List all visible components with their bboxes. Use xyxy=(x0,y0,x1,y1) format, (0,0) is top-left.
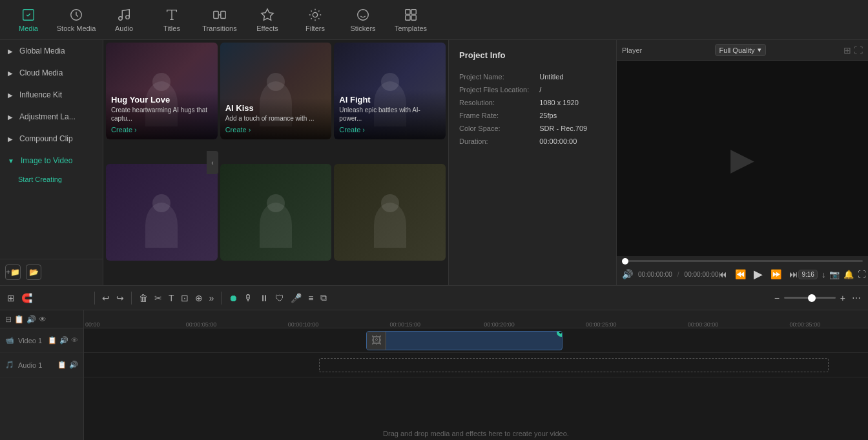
sidebar-sub-start-creating[interactable]: Start Creating xyxy=(0,172,103,187)
timeline-area: ⊟ 📋 🔊 👁 📹 Video 1 📋 🔊 👁 🎵 Audio 1 📋 xyxy=(0,310,868,440)
record-btn[interactable]: ⏺ xyxy=(227,291,240,305)
project-info-panel: Project Info Project Name: Untitled Proj… xyxy=(448,40,616,285)
skip-back-icon[interactable]: ⏮ xyxy=(718,269,727,279)
sidebar-item-influence-kit[interactable]: ▶ Influence Kit xyxy=(0,84,103,106)
shield-btn[interactable]: 🛡 xyxy=(273,291,286,305)
magnet-icon[interactable]: 🧲 xyxy=(19,291,34,305)
step-forward-icon[interactable]: ⏩ xyxy=(770,269,781,279)
zoom-in-icon[interactable]: + xyxy=(838,291,847,305)
sidebar-item-compound-clip[interactable]: ▶ Compound Clip xyxy=(0,128,103,150)
card-btn-ai-fight[interactable]: Create › xyxy=(339,126,365,134)
track-settings-icon[interactable]: 🔊 xyxy=(26,315,36,324)
audio-icon: 🎵 xyxy=(5,361,14,369)
clip-plus-btn[interactable]: + xyxy=(557,331,563,337)
timeline-toolbar: ⊞ 🧲 ↩ ↪ 🗑 ✂ T ⊡ ⊕ » ⏺ 🎙 ⏸ 🛡 🎤 ≡ ⧉ − + ⋯ xyxy=(0,286,868,310)
snapshot-icon[interactable]: 📷 xyxy=(829,270,840,279)
quality-selector[interactable]: Full Quality ▾ xyxy=(715,44,766,56)
media-card-ai-fight[interactable]: AI Fight Unleash epic battles with AI-po… xyxy=(334,43,446,139)
zoom-more-icon[interactable]: ⋯ xyxy=(850,291,863,305)
redo-btn[interactable]: ↪ xyxy=(114,291,126,305)
player-view-btns: ⊞ ⛶ xyxy=(843,45,863,55)
delete-btn[interactable]: 🗑 xyxy=(137,291,150,305)
audio-track-icon2[interactable]: 🔊 xyxy=(69,361,78,369)
nav-item-effects[interactable]: Effects xyxy=(244,2,291,38)
undo-btn[interactable]: ↩ xyxy=(100,291,112,305)
video-track-icon2[interactable]: 🔊 xyxy=(59,336,68,345)
main-area: ▶ Global Media ▶ Cloud Media ▶ Influence… xyxy=(0,40,868,285)
volume-icon[interactable]: 🔊 xyxy=(622,269,633,279)
grid-view-icon[interactable]: ⊞ xyxy=(843,45,851,55)
timeline-track-labels: ⊟ 📋 🔊 👁 📹 Video 1 📋 🔊 👁 🎵 Audio 1 📋 xyxy=(0,310,84,440)
sidebar-collapse-btn[interactable]: ‹ xyxy=(207,151,218,174)
media-card-hug-your-love[interactable]: Hug Your Love Create heartwarming AI hug… xyxy=(106,43,218,139)
nav-item-titles[interactable]: Titles xyxy=(149,2,195,38)
sidebar-item-image-to-video[interactable]: ▼ Image to Video xyxy=(0,150,103,172)
card-btn-hug-your-love[interactable]: Create › xyxy=(111,126,137,134)
eye-icon[interactable]: 👁 xyxy=(39,315,46,324)
media-card-ai-kiss[interactable]: AI Kiss Add a touch of romance with ... … xyxy=(220,43,332,139)
play-icon[interactable]: ▶ xyxy=(754,267,763,281)
ruler-mark-10: 00:00:10:00 xyxy=(288,321,319,328)
media-card-4[interactable] xyxy=(106,164,218,261)
aspect-ratio-selector[interactable]: 9:16 xyxy=(798,270,817,279)
audio-track-icon1[interactable]: 📋 xyxy=(57,361,67,369)
folder-icon[interactable]: 📂 xyxy=(26,265,41,280)
project-info-title: Project Info xyxy=(459,50,606,60)
media-card-6[interactable] xyxy=(334,164,446,261)
timeline-clip-video[interactable]: 🖼 + xyxy=(366,331,563,350)
value-project-name: Untitled xyxy=(539,73,606,81)
step-back-icon[interactable]: ⏪ xyxy=(735,269,746,279)
value-frame-rate: 25fps xyxy=(539,112,606,119)
timeline-drop-zone[interactable] xyxy=(319,358,829,372)
arrow-icon: ▶ xyxy=(8,92,13,99)
mic-btn[interactable]: 🎤 xyxy=(289,291,304,305)
nav-item-templates[interactable]: Templates xyxy=(388,2,434,38)
auto-caption-btn[interactable]: ⏸ xyxy=(258,291,271,305)
sidebar-item-cloud-media[interactable]: ▶ Cloud Media xyxy=(0,62,103,84)
collapse-tracks-icon[interactable]: ⊟ xyxy=(5,315,12,324)
timeline-tools-row: ⊟ 📋 🔊 👁 xyxy=(0,310,83,328)
label-duration: Duration: xyxy=(459,137,529,145)
player-progress-bar[interactable] xyxy=(622,260,863,262)
add-folder-icon[interactable]: +📁 xyxy=(5,265,21,280)
label-project-name: Project Name: xyxy=(459,73,529,81)
stabilize-btn[interactable]: ⧉ xyxy=(318,290,329,305)
nav-item-stock-media[interactable]: Stock Media xyxy=(53,2,99,38)
video-track-icon1[interactable]: 📋 xyxy=(48,336,57,345)
video-track-icon3[interactable]: 👁 xyxy=(71,336,78,345)
ruler-mark-5: 00:00:05:00 xyxy=(186,321,217,328)
caption-icon[interactable]: ≡ xyxy=(306,291,315,305)
nav-item-transitions[interactable]: Transitions xyxy=(196,2,243,38)
sidebar-item-global-media[interactable]: ▶ Global Media xyxy=(0,40,103,62)
sidebar-label-global-media: Global Media xyxy=(19,46,65,55)
expand-icon[interactable]: ⛶ xyxy=(858,270,866,279)
add-track-icon[interactable]: ⊞ xyxy=(5,291,17,305)
skip-forward-icon[interactable]: ⏭ xyxy=(789,269,798,279)
card-btn-ai-kiss[interactable]: Create › xyxy=(225,126,251,134)
nav-label-stock-media: Stock Media xyxy=(57,25,96,32)
track-label-audio1: 🎵 Audio 1 📋 🔊 xyxy=(0,353,83,377)
nav-item-media[interactable]: Media xyxy=(5,2,52,38)
player-canvas: ▶ xyxy=(617,61,868,256)
nav-item-filters[interactable]: Filters xyxy=(292,2,338,38)
zoom-out-icon[interactable]: − xyxy=(772,291,781,305)
nav-item-stickers[interactable]: Stickers xyxy=(340,2,386,38)
add-track-icon-2[interactable]: 📋 xyxy=(14,315,24,324)
media-card-5[interactable] xyxy=(220,164,332,261)
sidebar-item-adjustment-layer[interactable]: ▶ Adjustment La... xyxy=(0,106,103,128)
merge-btn[interactable]: ⊕ xyxy=(193,291,205,305)
more-btn[interactable]: » xyxy=(207,291,216,305)
zoom-slider[interactable] xyxy=(784,297,836,299)
sidebar-label-cloud-media: Cloud Media xyxy=(19,68,63,77)
value-duration: 00:00:00:00 xyxy=(539,137,606,145)
crop-btn[interactable]: ⊡ xyxy=(179,291,191,305)
speaker-icon[interactable]: 🔔 xyxy=(843,270,854,279)
voiceover-btn[interactable]: 🎙 xyxy=(242,291,255,305)
export-icon[interactable]: ↓ xyxy=(822,270,826,279)
text-btn[interactable]: T xyxy=(167,291,176,305)
fullscreen-icon[interactable]: ⛶ xyxy=(854,45,863,55)
ruler-mark-30: 00:00:30:00 xyxy=(688,321,719,328)
nav-item-audio[interactable]: Audio xyxy=(101,2,147,38)
card-desc-ai-fight: Unleash epic battles with AI-power... xyxy=(339,106,440,123)
cut-btn[interactable]: ✂ xyxy=(152,291,164,305)
